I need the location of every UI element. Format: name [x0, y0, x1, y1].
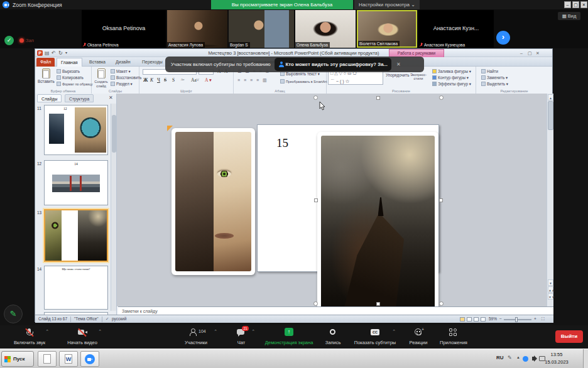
- slide-editing-canvas[interactable]: 15: [117, 94, 547, 306]
- align-text-button[interactable]: Выровнять текст ▾: [280, 72, 320, 76]
- tab-insert[interactable]: Вставка: [85, 58, 109, 67]
- taskbar-zoom-app[interactable]: [80, 351, 99, 367]
- selection-handle-bottom-right[interactable]: [439, 301, 444, 306]
- leave-meeting-button[interactable]: Выйти: [555, 330, 583, 343]
- next-participants-page-button[interactable]: ›: [496, 31, 510, 45]
- slide-thumbnail-13-selected[interactable]: 15: [44, 209, 108, 262]
- spellcheck-icon[interactable]: ✓: [106, 315, 109, 323]
- canvas-scrollbar[interactable]: ▲ ▼ ▲▲ ▼▼: [547, 94, 553, 306]
- arrange-button[interactable]: Упорядочить: [386, 73, 407, 77]
- ppt-restore-button[interactable]: ▢: [528, 50, 532, 56]
- zoom-slider[interactable]: [504, 319, 531, 320]
- unmute-button[interactable]: ⌃ Включить звук: [5, 328, 54, 337]
- chevron-up-icon[interactable]: ⌃: [392, 329, 396, 334]
- new-slide-button[interactable]: Создать слайд: [93, 68, 109, 88]
- chevron-up-icon[interactable]: ⌃: [214, 329, 217, 334]
- change-case-icon[interactable]: Aa˅: [191, 77, 199, 83]
- italic-button[interactable]: К: [150, 77, 153, 83]
- participant-tile-kuznetsova[interactable]: Анастасия Кузн... Анастасия Кузнецова: [418, 10, 494, 48]
- fit-to-window-icon[interactable]: ⛶: [542, 315, 545, 323]
- mountain-image-selected[interactable]: [317, 132, 438, 306]
- selection-handle-mid-right[interactable]: [439, 198, 443, 202]
- quick-styles-button[interactable]: Экспресс-стили: [407, 73, 430, 80]
- normal-view-icon[interactable]: [460, 317, 465, 322]
- outline-tab[interactable]: Структура: [65, 94, 94, 102]
- who-can-see-transcript-link[interactable]: Кто может видеть эту расшифровку? За...: [275, 58, 391, 71]
- panel-scrollbar-thumb[interactable]: [112, 115, 116, 153]
- shape-effects-button[interactable]: Эффекты фигур ▾: [432, 82, 471, 86]
- chat-button[interactable]: 21 ⌃ Чат: [226, 328, 256, 337]
- scrollbar-thumb[interactable]: [548, 101, 553, 130]
- shape-fill-button[interactable]: Заливка фигуры ▾: [432, 69, 471, 73]
- reading-view-icon[interactable]: [474, 317, 479, 322]
- slide-thumbnail-12[interactable]: 14: [44, 160, 108, 205]
- section-button[interactable]: Раздел ▾: [111, 82, 133, 86]
- font-color-icon[interactable]: A ▾: [205, 77, 212, 83]
- format-painter-button[interactable]: Формат по образцу: [57, 82, 92, 86]
- restore-button[interactable]: ▢: [572, 1, 579, 8]
- zoom-in-icon[interactable]: +: [534, 315, 536, 323]
- panel-close-icon[interactable]: ✕: [109, 95, 113, 100]
- share-screen-button[interactable]: ↑ Демонстрация экрана: [259, 328, 319, 337]
- selection-handle-bottom-center[interactable]: [376, 302, 380, 306]
- next-slide-button[interactable]: ▼▼: [548, 293, 553, 300]
- scroll-down-icon[interactable]: ▼: [548, 279, 553, 286]
- panel-scrollbar[interactable]: [111, 104, 116, 311]
- tab-home[interactable]: Главная: [57, 58, 82, 67]
- participant-tile-bogdan[interactable]: Bogdan S: [229, 10, 294, 48]
- notes-area[interactable]: Заметки к слайду: [118, 306, 553, 315]
- text-shadow-button[interactable]: S: [172, 77, 175, 83]
- selection-handle-top-left[interactable]: [313, 95, 318, 100]
- tab-file[interactable]: Файл: [36, 58, 55, 67]
- underline-button[interactable]: Ч: [157, 77, 160, 83]
- ppt-minimize-button[interactable]: –: [520, 50, 523, 56]
- copy-button[interactable]: Копировать: [57, 75, 84, 80]
- apps-button[interactable]: Приложения: [435, 328, 472, 337]
- scroll-up-icon[interactable]: ▲: [548, 94, 553, 100]
- ppt-close-button[interactable]: ✕: [536, 50, 540, 56]
- pen-tray-icon[interactable]: ✎: [508, 355, 512, 360]
- participant-tile-oksana[interactable]: Oksana Petinova Oksana Petinova: [82, 10, 166, 48]
- slides-tab[interactable]: Слайды: [37, 94, 62, 102]
- slide-thumbnail-11[interactable]: 12: [44, 105, 108, 155]
- slideshow-view-icon[interactable]: [481, 317, 486, 322]
- security-shield-icon[interactable]: ✓: [4, 36, 14, 45]
- taskbar-document-app[interactable]: [38, 351, 57, 367]
- zoom-slider-thumb[interactable]: [515, 317, 518, 322]
- start-video-button[interactable]: ⌃ Начать видео: [58, 328, 107, 337]
- tab-transitions[interactable]: Переходы: [138, 58, 166, 67]
- participant-tile-svitlakova-active-speaker[interactable]: Віолетта Світлакова: [357, 10, 417, 48]
- selection-handle-top-center[interactable]: [376, 96, 380, 100]
- reactions-button[interactable]: + Реакции: [403, 328, 433, 337]
- strikethrough-button[interactable]: S: [164, 77, 166, 83]
- shape-outline-button[interactable]: Контур фигуры ▾: [432, 75, 469, 80]
- record-button[interactable]: Запись: [319, 328, 347, 337]
- character-spacing-icon[interactable]: ᴬᵛ: [181, 77, 184, 83]
- face-image[interactable]: [172, 128, 255, 275]
- selection-handle-mid-left[interactable]: [314, 198, 318, 202]
- taskbar-clock[interactable]: 13:55 15.03.2023: [542, 351, 572, 366]
- find-button[interactable]: Найти: [481, 69, 498, 73]
- view-settings-button[interactable]: Настройки просмотра ⌄: [354, 0, 420, 9]
- notification-close-icon[interactable]: ✕: [396, 62, 401, 67]
- annotate-pencil-button[interactable]: ✎: [4, 305, 23, 323]
- start-button[interactable]: Пуск: [1, 351, 34, 367]
- paste-button[interactable]: Вставить: [38, 68, 54, 84]
- bold-button[interactable]: Ж: [143, 77, 148, 83]
- previous-slide-button[interactable]: ▲▲: [548, 286, 553, 293]
- reset-button[interactable]: Восстановить: [111, 75, 141, 80]
- convert-smartart-button[interactable]: Преобразовать в SmartArt: [280, 79, 327, 84]
- language-tray-indicator[interactable]: RU: [496, 355, 504, 360]
- taskbar-word-app[interactable]: W: [59, 351, 78, 367]
- chevron-up-icon[interactable]: ⌃: [98, 329, 102, 334]
- selection-handle-top-right[interactable]: [439, 95, 444, 100]
- close-button[interactable]: ✕: [580, 1, 587, 8]
- cut-button[interactable]: Вырезать: [57, 69, 80, 73]
- volume-tray-icon[interactable]: [532, 357, 535, 360]
- layout-button[interactable]: Макет ▾: [111, 69, 131, 73]
- tab-design[interactable]: Дизайн: [112, 58, 134, 67]
- slide-sorter-view-icon[interactable]: [467, 317, 472, 322]
- chevron-up-icon[interactable]: ⌃: [45, 329, 49, 334]
- participant-tile-lupova[interactable]: Анастасия Лупова: [167, 10, 227, 48]
- view-layout-button[interactable]: ▦ Вид: [558, 12, 580, 20]
